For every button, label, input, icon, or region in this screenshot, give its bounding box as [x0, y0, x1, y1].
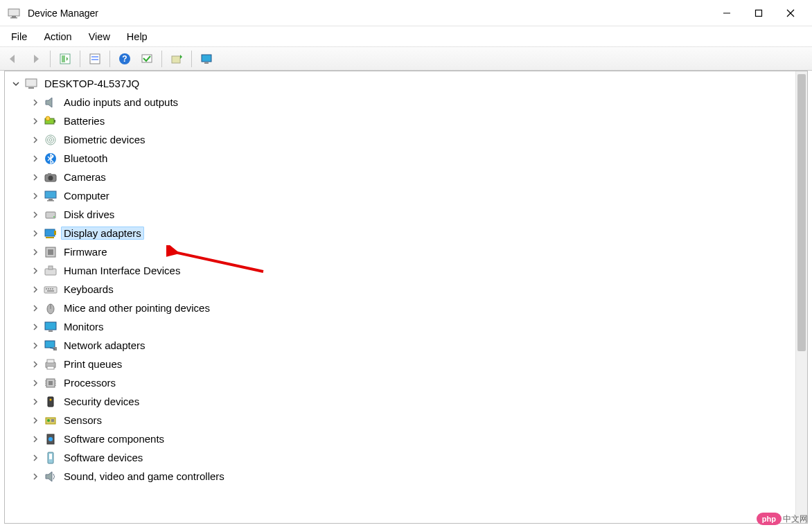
- svg-rect-15: [172, 56, 180, 63]
- app-icon: [7, 6, 21, 20]
- chevron-right-icon[interactable]: [30, 266, 40, 276]
- close-button[interactable]: [775, 2, 806, 24]
- toolbar-back-button[interactable]: [4, 50, 22, 68]
- maximize-button[interactable]: [743, 2, 775, 24]
- watermark: php 中文网: [757, 513, 808, 525]
- toolbar-remote-button[interactable]: [197, 50, 215, 68]
- tree-item[interactable]: Cameras: [8, 168, 807, 186]
- firmware-icon: [44, 245, 58, 259]
- tree-item[interactable]: Security devices: [8, 392, 807, 411]
- window-title: Device Manager: [28, 8, 98, 19]
- scrollbar-thumb[interactable]: [797, 74, 806, 351]
- vertical-scrollbar[interactable]: [795, 71, 807, 523]
- toolbar-show-hidden-button[interactable]: [86, 50, 104, 68]
- svg-point-67: [50, 398, 52, 400]
- tree-item-label: Print queues: [61, 357, 125, 371]
- tree-item[interactable]: Batteries: [8, 112, 807, 130]
- chevron-right-icon[interactable]: [30, 322, 40, 332]
- chevron-right-icon[interactable]: [30, 341, 40, 351]
- tree-item[interactable]: Mice and other pointing devices: [8, 299, 807, 317]
- svg-rect-52: [45, 341, 55, 348]
- software-device-icon: [44, 451, 58, 465]
- tree-item[interactable]: Network adapters: [8, 336, 807, 355]
- tree-item-label: Security devices: [61, 395, 142, 408]
- chevron-down-icon[interactable]: [11, 79, 21, 89]
- chevron-right-icon[interactable]: [30, 247, 40, 257]
- chevron-right-icon[interactable]: [30, 472, 40, 481]
- chevron-right-icon[interactable]: [30, 397, 40, 407]
- chevron-right-icon[interactable]: [30, 453, 40, 463]
- svg-rect-8: [62, 55, 65, 62]
- chevron-right-icon[interactable]: [30, 378, 40, 388]
- chevron-right-icon[interactable]: [30, 285, 40, 294]
- svg-rect-21: [54, 120, 55, 123]
- menu-view[interactable]: View: [82, 28, 117, 45]
- chevron-right-icon[interactable]: [30, 116, 40, 126]
- svg-rect-29: [48, 173, 51, 175]
- tree-item[interactable]: Human Interface Devices: [8, 261, 807, 280]
- svg-point-69: [47, 419, 50, 422]
- toolbar-scan-button[interactable]: [138, 50, 156, 68]
- tree-item-label: Software components: [61, 432, 167, 445]
- titlebar: Device Manager: [0, 0, 812, 26]
- chevron-right-icon[interactable]: [30, 360, 40, 369]
- chevron-right-icon[interactable]: [30, 135, 40, 145]
- svg-rect-74: [49, 454, 52, 459]
- toolbar-update-driver-button[interactable]: [168, 50, 186, 68]
- chevron-right-icon[interactable]: [30, 434, 40, 444]
- tree-item[interactable]: Monitors: [8, 317, 807, 336]
- tree-item[interactable]: Processors: [8, 373, 807, 392]
- svg-rect-0: [8, 9, 19, 16]
- tree-item[interactable]: Computer: [8, 186, 807, 205]
- device-tree: DESKTOP-4L537JQ Audio inputs and outputs…: [5, 71, 807, 488]
- svg-rect-39: [48, 249, 53, 255]
- svg-rect-11: [91, 59, 98, 60]
- computer-icon: [44, 189, 58, 203]
- svg-rect-57: [47, 366, 54, 369]
- tree-item[interactable]: Print queues: [8, 355, 807, 373]
- chevron-right-icon[interactable]: [30, 98, 40, 107]
- menu-file[interactable]: File: [4, 28, 34, 45]
- tree-item-label: Audio inputs and outputs: [61, 96, 181, 109]
- svg-rect-43: [46, 288, 47, 290]
- chevron-right-icon[interactable]: [30, 191, 40, 201]
- tree-item-label: Computer: [61, 189, 112, 202]
- chevron-right-icon[interactable]: [30, 210, 40, 220]
- menu-action[interactable]: Action: [37, 28, 78, 45]
- svg-rect-17: [204, 62, 209, 64]
- tree-item[interactable]: Software devices: [8, 448, 807, 467]
- svg-point-28: [48, 175, 53, 180]
- toolbar-separator: [109, 51, 110, 67]
- chevron-right-icon[interactable]: [30, 303, 40, 313]
- toolbar-help-button[interactable]: ?: [116, 50, 134, 68]
- toolbar-separator: [191, 51, 192, 67]
- toolbar-properties-button[interactable]: [56, 50, 74, 68]
- fingerprint-icon: [44, 133, 58, 147]
- tree-item[interactable]: Keyboards: [8, 280, 807, 299]
- sensor-icon: [44, 414, 58, 427]
- tree-item[interactable]: Display adapters: [8, 224, 807, 242]
- toolbar-forward-button[interactable]: [26, 50, 44, 68]
- tree-item[interactable]: Bluetooth: [8, 149, 807, 168]
- tree-item[interactable]: Sound, video and game controllers: [8, 467, 807, 486]
- keyboard-icon: [44, 283, 58, 296]
- tree-item[interactable]: Audio inputs and outputs: [8, 93, 807, 112]
- tree-item-label: Network adapters: [61, 339, 148, 352]
- svg-rect-4: [756, 10, 762, 16]
- tree-item-label: Processors: [61, 376, 118, 389]
- chevron-right-icon[interactable]: [30, 416, 40, 425]
- tree-item[interactable]: Biometric devices: [8, 130, 807, 149]
- minimize-button[interactable]: [711, 2, 743, 24]
- chevron-right-icon[interactable]: [30, 154, 40, 163]
- tree-item[interactable]: Firmware: [8, 242, 807, 261]
- printer-icon: [44, 357, 58, 371]
- chevron-right-icon[interactable]: [30, 229, 40, 238]
- svg-rect-56: [47, 360, 54, 363]
- tree-item[interactable]: Disk drives: [8, 205, 807, 224]
- tree-root[interactable]: DESKTOP-4L537JQ: [8, 74, 807, 93]
- svg-rect-1: [12, 16, 16, 17]
- chevron-right-icon[interactable]: [30, 172, 40, 182]
- tree-item[interactable]: Sensors: [8, 411, 807, 429]
- tree-item[interactable]: Software components: [8, 429, 807, 448]
- menu-help[interactable]: Help: [120, 28, 155, 45]
